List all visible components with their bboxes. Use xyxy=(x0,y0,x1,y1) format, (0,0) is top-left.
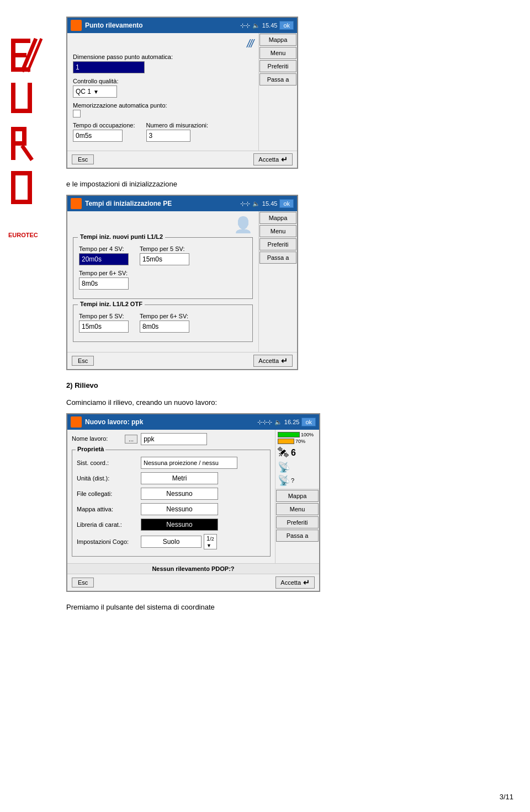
time-3: 16.25 xyxy=(284,419,300,425)
ok-button-2[interactable]: ok xyxy=(279,199,294,208)
imp-row: Impostazioni Cogo: Suolo 1/2 ▼ xyxy=(77,534,266,549)
select-controllo[interactable]: QC 1 ▼ xyxy=(73,86,117,98)
btn-preferiti-1[interactable]: Preferiti xyxy=(259,60,296,72)
btn-mappa-2[interactable]: Mappa xyxy=(259,212,296,224)
label-dim-passo: Dimensione passo punto automatica: xyxy=(73,54,253,60)
btn-esc-1[interactable]: Esc xyxy=(72,154,94,164)
time-1: 15.45 xyxy=(262,22,278,29)
mappa-row: Mappa attiva: Nessuno xyxy=(77,503,266,515)
btn-passa-2[interactable]: Passa a xyxy=(259,252,296,264)
btn-menu-1[interactable]: Menu xyxy=(259,47,296,59)
svg-rect-28 xyxy=(77,418,80,421)
btn-accetta-1[interactable]: Accetta ↵ xyxy=(253,153,293,165)
group1-title: Tempi iniz. nuovi punti L1/L2 xyxy=(78,233,165,240)
svg-rect-8 xyxy=(11,109,32,113)
window2-right: Mappa Menu Preferiti Passa a xyxy=(258,211,297,352)
btn-accetta-3[interactable]: Accetta ↵ xyxy=(275,576,315,589)
antenna-icon-2: 📡 xyxy=(278,474,290,487)
dots-button[interactable]: ... xyxy=(125,435,137,444)
otf-row: Tempo per 5 SV: 15m0s Tempo per 6+ SV: 8… xyxy=(79,313,247,333)
sist-row: Sist. coord.: Nessuna proiezione / nessu xyxy=(77,457,266,469)
time-2: 15.45 xyxy=(262,200,278,207)
volume-icon-3: 🔈 xyxy=(274,419,282,426)
btn-mappa-1[interactable]: Mappa xyxy=(259,34,296,46)
misur-col: Numero di misurazioni: 3 xyxy=(146,122,208,142)
input-sv6[interactable]: 8m0s xyxy=(79,277,129,290)
svg-rect-2 xyxy=(11,53,26,57)
gps-count: 6 xyxy=(291,448,296,458)
battery-1-row: 100% xyxy=(278,432,317,437)
window2-footer: Esc Accetta ↵ xyxy=(67,352,297,369)
deco-lines-1: /// xyxy=(247,38,253,50)
sist-value-container: Nessuna proiezione / nessu xyxy=(141,457,266,469)
battery-2-row: 70% xyxy=(278,439,317,444)
btn-esc-3[interactable]: Esc xyxy=(72,578,94,587)
btn-mappa-3[interactable]: Mappa xyxy=(276,490,319,502)
btn-preferiti-3[interactable]: Preferiti xyxy=(276,516,319,528)
titlebar-2: Tempi di inizializzazione PE ⊹⊹ 🔈 15.45 … xyxy=(67,196,297,211)
input-dim-passo[interactable]: 1 xyxy=(73,61,145,73)
sv5-col: Tempo per 5 SV: 15m0s xyxy=(140,245,189,265)
field-controllo: Controllo qualità: QC 1 ▼ xyxy=(73,78,253,98)
input-sist[interactable]: Nessuna proiezione / nessu xyxy=(141,457,237,469)
input-imp[interactable]: Suolo xyxy=(141,536,202,548)
btn-passa-3[interactable]: Passa a xyxy=(276,530,319,542)
window1-footer: Esc Accetta ↵ xyxy=(67,151,297,168)
input-misur[interactable]: 3 xyxy=(146,130,190,142)
btn-esc-2[interactable]: Esc xyxy=(72,356,94,366)
titlebar-status-2: ⊹⊹ 🔈 15.45 ok xyxy=(240,199,294,208)
window2-left: 👤 Tempi iniz. nuovi punti L1/L2 Tempo pe… xyxy=(67,211,258,352)
accetta-arrow-2: ↵ xyxy=(281,356,288,365)
ok-button-3[interactable]: ok xyxy=(301,418,316,426)
ok-button-1[interactable]: ok xyxy=(279,21,294,30)
label-sv5: Tempo per 5 SV: xyxy=(140,245,189,252)
svg-rect-20 xyxy=(77,22,80,25)
titlebar-status-1: ⊹⊹ 🔈 15.45 ok xyxy=(240,21,294,30)
btn-passa-1[interactable]: Passa a xyxy=(259,73,296,86)
window2-title: Tempi di inizializzazione PE xyxy=(85,200,240,207)
antenna2-row: 📡 ? xyxy=(278,474,317,487)
input-sv4[interactable]: 20m0s xyxy=(79,253,129,265)
label-nome: Nome lavoro: xyxy=(72,435,121,442)
input-nome[interactable]: ppk xyxy=(141,433,207,445)
btn-preferiti-2[interactable]: Preferiti xyxy=(259,238,296,250)
battery-1-label: 100% xyxy=(301,432,314,437)
window-nuovo-lavoro: Nuovo lavoro: ppk ⊹⊹⊹ 🔈 16.25 ok Nome la… xyxy=(66,413,320,592)
battery-bar-2 xyxy=(278,439,294,444)
label-tempo: Tempo di occupazione: xyxy=(73,122,135,129)
sv-row-1: Tempo per 4 SV: 20m0s Tempo per 5 SV: 15… xyxy=(79,245,247,265)
window1-right: Mappa Menu Preferiti Passa a xyxy=(258,33,297,151)
text-cominciamo: Cominciamo il rilievo, creando un nuovo … xyxy=(66,398,513,407)
input-sv5[interactable]: 15m0s xyxy=(140,253,189,265)
btn-menu-3[interactable]: Menu xyxy=(276,503,319,515)
svg-rect-30 xyxy=(77,423,80,426)
window1-title: Punto rilevamento xyxy=(85,22,240,29)
svg-rect-17 xyxy=(11,200,32,204)
checkbox-memoriz[interactable] xyxy=(73,110,81,117)
antenna-icon-row: 📡 xyxy=(278,461,317,473)
titlebar-status-3: ⊹⊹⊹ 🔈 16.25 ok xyxy=(257,418,316,426)
text-init: e le impostazioni di inizializzazione xyxy=(66,180,513,188)
input-mappa[interactable]: Nessuno xyxy=(141,503,218,515)
svg-rect-1 xyxy=(11,39,30,43)
sidebar: EUROTEC xyxy=(0,0,55,812)
text-rilievo: 2) Rilievo xyxy=(66,381,513,389)
svg-rect-24 xyxy=(77,200,80,203)
btn-accetta-2[interactable]: Accetta ↵ xyxy=(253,355,293,367)
input-unita[interactable]: Metri xyxy=(141,472,218,484)
input-libreria[interactable]: Nessuno xyxy=(141,519,218,531)
input-otf-sv5[interactable]: 15m0s xyxy=(79,320,129,333)
label-imp: Impostazioni Cogo: xyxy=(77,538,137,545)
input-file[interactable]: Nessuno xyxy=(141,488,218,500)
label-controllo: Controllo qualità: xyxy=(73,78,253,84)
libreria-row: Libreria di carat.: Nessuno xyxy=(77,519,266,531)
label-unita: Unità (dist.): xyxy=(77,475,137,482)
file-value-container: Nessuno xyxy=(141,488,266,500)
input-otf-sv6[interactable]: 8m0s xyxy=(140,320,189,333)
page-number: 3/11 xyxy=(500,793,513,801)
svg-line-13 xyxy=(22,146,32,160)
main-content: Punto rilevamento ⊹⊹ 🔈 15.45 ok /// Dime… xyxy=(55,0,530,634)
btn-menu-2[interactable]: Menu xyxy=(259,225,296,237)
input-tempo[interactable]: 0m5s xyxy=(73,130,123,142)
field-memoriz: Memorizzazione automatica punto: xyxy=(73,102,253,117)
